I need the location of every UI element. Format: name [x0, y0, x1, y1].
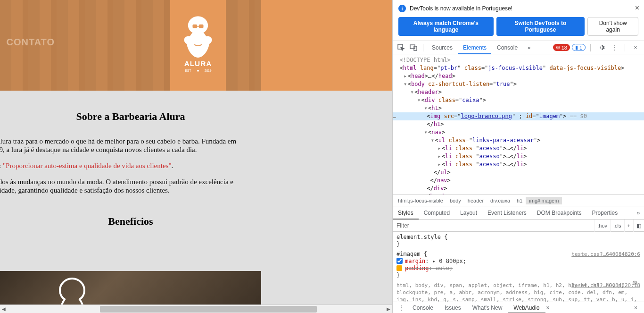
more-styles-tabs-icon[interactable]: »	[633, 207, 644, 219]
crumb[interactable]: h1	[513, 197, 526, 204]
svg-rect-0	[192, 25, 197, 28]
crumb[interactable]: div.caixa	[487, 197, 513, 204]
tab-sources[interactable]: Sources	[427, 41, 457, 54]
breadcrumb[interactable]: html.js-focus-visible body header div.ca…	[393, 195, 644, 206]
tab-console[interactable]: Console	[492, 41, 522, 54]
drawer-tab-console[interactable]: Console	[407, 302, 439, 313]
hero-nav: OS CONTATO	[0, 37, 61, 48]
switch-lang-button[interactable]: Switch DevTools to Portuguese	[496, 17, 585, 36]
styles-tab-dom-breakpoints[interactable]: DOM Breakpoints	[532, 206, 587, 220]
device-toggle-icon[interactable]	[408, 42, 419, 53]
gear-icon[interactable]	[595, 42, 607, 53]
inspect-icon[interactable]	[396, 42, 407, 53]
about-paragraph-1: ia Alura traz para o mercado o que há de…	[0, 137, 261, 154]
scroll-left-arrow-icon[interactable]: ◀	[0, 305, 8, 313]
lang-notice-text: DevTools is now available in Portuguese!	[410, 5, 512, 12]
about-paragraph-2: io é: "Proporcionar auto-estima e qualid…	[0, 161, 261, 170]
benefits-heading: Benefícios	[0, 215, 261, 228]
nav-item[interactable]: CONTATO	[6, 37, 55, 47]
drawer-tab-issues[interactable]: Issues	[439, 302, 467, 313]
issue-badge[interactable]: ▮ 1	[572, 44, 586, 51]
about-paragraph-3: enados às mudanças no mundo da moda. O a…	[0, 178, 261, 195]
drawer-tab-whatsnew[interactable]: What's New	[467, 302, 508, 313]
source-link[interactable]: teste.css?…640084820:6	[571, 251, 640, 258]
crumb[interactable]: html.js-focus-visible	[395, 197, 446, 204]
close-tab-icon[interactable]: ×	[546, 305, 550, 311]
styles-tab-layout[interactable]: Layout	[455, 206, 482, 220]
svg-text:ALURA: ALURA	[184, 59, 212, 68]
styles-tab-properties[interactable]: Properties	[587, 206, 623, 220]
drawer-tab-webaudio[interactable]: WebAudio	[508, 302, 545, 313]
hero-logo: ALURA EST 2019	[170, 0, 226, 91]
styles-tab-event-listeners[interactable]: Event Listeners	[482, 206, 532, 220]
cls-toggle[interactable]: .cls	[610, 220, 624, 232]
styles-body[interactable]: element.style { } #imagem {teste.css?…64…	[393, 232, 644, 302]
styles-tab-computed[interactable]: Computed	[419, 206, 455, 220]
scrollbar-thumb[interactable]	[100, 306, 317, 313]
warning-icon	[396, 265, 402, 271]
close-devtools-icon[interactable]: ×	[630, 42, 641, 53]
info-icon: i	[398, 5, 406, 12]
svg-rect-1	[199, 25, 204, 28]
rendered-page-pane: OS CONTATO ALURA EST 201	[0, 0, 392, 313]
kebab-icon[interactable]: ⋮	[609, 42, 620, 53]
close-icon[interactable]: ×	[635, 4, 639, 12]
close-drawer-icon[interactable]: ×	[630, 305, 641, 311]
new-style-rule-icon[interactable]: +	[624, 220, 633, 232]
prop-checkbox[interactable]	[396, 258, 403, 264]
scroll-right-arrow-icon[interactable]: ▶	[385, 305, 392, 313]
styles-filter-input[interactable]	[393, 222, 594, 229]
always-match-button[interactable]: Always match Chrome's language	[398, 17, 494, 36]
dom-tree[interactable]: <!DOCTYPE html> <html lang="pt-br" class…	[393, 54, 644, 195]
horizontal-scrollbar[interactable]: ◀ ▶	[0, 305, 392, 313]
svg-text:EST: EST	[185, 69, 191, 72]
hov-toggle[interactable]: :hov	[594, 220, 610, 232]
svg-text:2019: 2019	[205, 69, 212, 72]
crumb[interactable]: body	[446, 197, 464, 204]
devtools-panel: i DevTools is now available in Portugues…	[392, 0, 644, 313]
styles-tab-styles[interactable]: Styles	[393, 206, 419, 220]
source-link[interactable]: reset.css?…40084820:18	[571, 282, 640, 289]
crumb-active[interactable]: img#imagem	[526, 197, 562, 204]
crumb[interactable]: header	[464, 197, 487, 204]
more-tabs-icon[interactable]: »	[523, 42, 535, 53]
svg-point-5	[197, 70, 199, 72]
kebab-icon[interactable]: ⋮	[396, 302, 407, 313]
computed-toggle-icon[interactable]: ◧	[633, 220, 644, 232]
benefits-image	[0, 271, 261, 305]
tab-elements[interactable]: Elements	[458, 41, 491, 54]
dont-show-button[interactable]: Don't show again	[587, 17, 638, 36]
error-badge[interactable]: 18	[553, 44, 570, 51]
about-heading: Sobre a Barbearia Alura	[0, 110, 261, 123]
